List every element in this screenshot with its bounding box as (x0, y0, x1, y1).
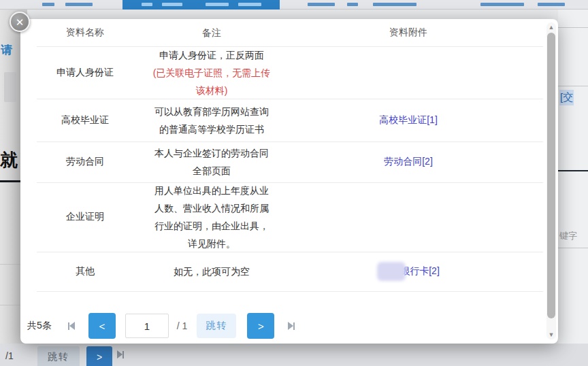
background-tab-underline (0, 180, 20, 182)
jump-button[interactable]: 跳转 (197, 314, 236, 338)
table-row: 高校毕业证 可以从教育部学历网站查询 的普通高等学校学历证书 高校毕业证[1] (20, 99, 543, 142)
background-right-area: [交 键字 (558, 10, 588, 366)
material-remark: 用人单位出具的上年度从业 人数、营业收入情况和所属 行业的证明，由企业出具， 详… (150, 182, 274, 252)
last-page-icon[interactable] (288, 322, 295, 330)
material-attachment: 劳动合同[2] (274, 142, 543, 182)
scroll-down-icon[interactable]: ▼ (546, 331, 556, 338)
background-tab-bar (0, 0, 588, 10)
background-keyword-label-partial: 键字 (559, 230, 577, 242)
tab-text-fragment (538, 3, 565, 6)
material-remark: 本人与企业签订的劳动合同 全部页面 (150, 142, 274, 182)
dialog-pagination: 共5条 < / 1 跳转 > (27, 312, 301, 340)
background-heading-partial: 就 (0, 148, 18, 172)
background-page-fraction: /1 (5, 350, 14, 361)
header-remark: 备注 (150, 19, 274, 46)
close-icon[interactable]: ✕ (10, 12, 30, 32)
material-attachment (274, 182, 543, 252)
header-material-name: 资料名称 (20, 19, 150, 46)
material-name: 申请人身份证 (20, 46, 150, 99)
tab-text-fragment (142, 3, 152, 6)
tab-text-fragment (373, 3, 416, 6)
background-pagination-bar: /1 跳转 > (0, 344, 588, 366)
attachment-link[interactable]: 高校毕业证[1] (379, 114, 438, 127)
material-name: 其他 (20, 252, 150, 291)
tab-text-fragment (308, 3, 335, 6)
remark-text: 申请人身份证，正反两面 (159, 46, 264, 64)
tab-text-fragment (42, 3, 54, 6)
tab-text-fragment (238, 3, 261, 6)
material-attachment (274, 46, 543, 99)
material-attachment: 银行卡[2] (274, 252, 543, 291)
table-header-row: 资料名称 备注 资料附件 (20, 19, 543, 46)
remark-alert-text: (已关联电子证照，无需上传 该材料) (153, 64, 271, 99)
row-divider (37, 291, 543, 292)
divider (558, 248, 588, 248)
redacted-blur-patch (377, 262, 406, 281)
tab-text-fragment (65, 3, 93, 6)
background-input-fragment (4, 72, 16, 102)
attachment-link[interactable]: 银行卡[2] (400, 265, 440, 278)
material-remark: 可以从教育部学历网站查询 的普通高等学校学历证书 (150, 99, 274, 142)
table-row: 企业证明 用人单位出具的上年度从业 人数、营业收入情况和所属 行业的证明，由企业… (20, 182, 543, 252)
tab-text-fragment (162, 3, 182, 6)
background-partial-text: 请 (1, 42, 12, 58)
background-next-page-button[interactable]: > (86, 346, 112, 366)
attachment-link[interactable]: 劳动合同[2] (384, 156, 433, 168)
background-divider-dark (558, 170, 588, 171)
material-attachment: 高校毕业证[1] (274, 99, 543, 142)
background-last-page-icon[interactable] (117, 350, 124, 359)
material-remark: 如无，此项可为空 (150, 252, 274, 291)
prev-page-button[interactable]: < (88, 313, 116, 339)
scrollbar-thumb[interactable] (547, 33, 555, 318)
background-partial-link[interactable]: [交 (559, 90, 574, 105)
next-page-button[interactable]: > (247, 313, 274, 339)
background-active-tab[interactable] (122, 0, 280, 10)
tab-text-fragment (347, 3, 358, 6)
header-attachment: 资料附件 (274, 19, 543, 46)
table-row: 其他 如无，此项可为空 银行卡[2] (20, 252, 543, 291)
scroll-up-icon[interactable]: ▲ (546, 24, 556, 31)
material-name: 高校毕业证 (20, 99, 150, 142)
tab-text-fragment (206, 3, 229, 6)
material-name: 劳动合同 (20, 142, 150, 182)
material-name: 企业证明 (20, 182, 150, 252)
total-count-label: 共5条 (27, 320, 52, 332)
divider (558, 27, 588, 28)
divider (558, 86, 588, 86)
material-remark: 申请人身份证，正反两面 (已关联电子证照，无需上传 该材料) (150, 46, 274, 99)
tab-text-fragment (480, 3, 524, 6)
table-row: 申请人身份证 申请人身份证，正反两面 (已关联电子证照，无需上传 该材料) (20, 46, 543, 99)
dialog-scrollbar[interactable]: ▲ ▼ (546, 22, 556, 339)
first-page-icon[interactable] (68, 322, 75, 330)
page-count-label: / 1 (177, 320, 188, 331)
background-jump-button[interactable]: 跳转 (37, 346, 80, 366)
page-number-input[interactable] (125, 314, 169, 338)
table-row: 劳动合同 本人与企业签订的劳动合同 全部页面 劳动合同[2] (20, 142, 543, 182)
materials-dialog: 资料名称 备注 资料附件 申请人身份证 申请人身份证，正反两面 (已关联电子证照… (20, 19, 558, 344)
